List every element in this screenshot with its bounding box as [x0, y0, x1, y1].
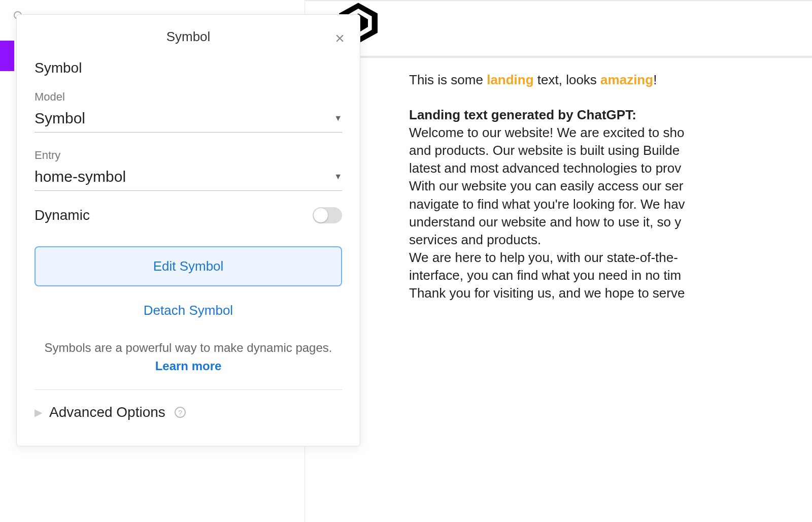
content-heading: Landing text generated by ChatGPT: [409, 106, 812, 124]
chevron-down-icon: ▼ [334, 172, 342, 181]
dynamic-toggle[interactable] [313, 207, 342, 223]
highlight-text: amazing [600, 72, 653, 87]
close-icon: × [335, 29, 345, 47]
selection-indicator [0, 41, 14, 71]
learn-more-link[interactable]: Learn more [155, 359, 222, 373]
entry-value: home-symbol [35, 168, 126, 185]
model-select[interactable]: Symbol ▼ [35, 108, 342, 133]
chevron-down-icon: ▼ [334, 114, 342, 123]
model-field-group: Model Symbol ▼ [35, 90, 342, 133]
symbol-settings-modal: Symbol × Symbol Model Symbol ▼ Entry hom… [16, 14, 360, 446]
modal-header: Symbol × [17, 15, 360, 55]
intro-text: text, looks [534, 72, 601, 87]
entry-select[interactable]: home-symbol ▼ [35, 166, 342, 191]
dynamic-label: Dynamic [35, 207, 90, 223]
model-label: Model [35, 90, 342, 104]
detach-symbol-button[interactable]: Detach Symbol [35, 303, 342, 318]
advanced-options-label: Advanced Options [49, 404, 165, 420]
modal-body: Symbol Model Symbol ▼ Entry home-symbol … [17, 55, 360, 446]
intro-text: ! [653, 72, 657, 87]
entry-label: Entry [35, 149, 342, 162]
info-text: Symbols are a powerful way to make dynam… [35, 339, 342, 375]
dynamic-row: Dynamic [35, 207, 342, 223]
canvas-content: This is some landing text, looks amazing… [409, 71, 812, 302]
entry-field-group: Entry home-symbol ▼ [35, 149, 342, 191]
edit-symbol-button[interactable]: Edit Symbol [35, 246, 342, 286]
help-icon[interactable]: ? [175, 407, 186, 418]
canvas-preview: This is some landing text, looks amazing… [304, 0, 812, 522]
section-title: Symbol [35, 60, 342, 76]
chevron-right-icon: ▶ [35, 406, 42, 418]
close-button[interactable]: × [335, 30, 345, 46]
canvas-header-divider [305, 56, 812, 58]
content-body: Welcome to our website! We are excited t… [409, 124, 812, 302]
toggle-thumb [314, 208, 328, 222]
divider [35, 389, 342, 390]
intro-line: This is some landing text, looks amazing… [409, 71, 812, 89]
highlight-text: landing [487, 72, 533, 87]
advanced-options-toggle[interactable]: ▶ Advanced Options ? [35, 404, 342, 431]
model-value: Symbol [35, 110, 85, 127]
modal-title: Symbol [166, 29, 211, 45]
intro-text: This is some [409, 72, 487, 87]
